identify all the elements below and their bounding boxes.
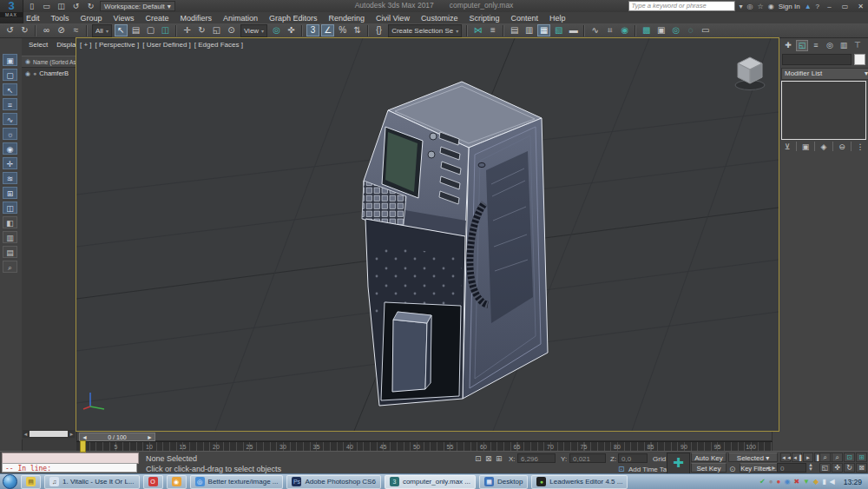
pin-stack-icon[interactable]: ⊻ (781, 142, 793, 151)
time-slider-handle[interactable]: ◄ 0 / 100 ► (79, 433, 155, 441)
menu-animation[interactable]: Animation (223, 14, 258, 23)
modifier-list-dropdown[interactable]: Modifier List ▾ (781, 68, 868, 80)
orbit-icon[interactable]: ↻ (844, 463, 855, 472)
modifier-stack-list[interactable] (781, 81, 866, 140)
tab-modify[interactable]: ◱ (796, 40, 808, 51)
unlink-selection-icon[interactable]: ⊘ (55, 24, 68, 36)
set-keys-button[interactable]: ✚ (667, 453, 690, 474)
viewport-menu-shading[interactable]: [ User Defined ] (142, 41, 191, 49)
frame-nudge-icon[interactable]: ◄► (765, 465, 777, 471)
menu-create[interactable]: Create (145, 14, 168, 23)
explorer-geometry-filter-icon[interactable]: ≡ (3, 98, 17, 110)
viewcube-cube[interactable] (738, 57, 762, 83)
menu-modifiers[interactable]: Modifiers (180, 14, 212, 23)
tab-motion[interactable]: ◎ (824, 40, 836, 51)
minimize-button[interactable]: – (824, 3, 835, 10)
tray-volume-icon[interactable]: ◀ (830, 479, 835, 486)
rendered-frame-window-icon[interactable]: ▣ (654, 24, 667, 36)
toggle-scene-explorer-icon[interactable]: ▦ (537, 24, 550, 36)
add-time-tag[interactable]: Add Time Tag (628, 466, 671, 473)
snaps-toggle-icon[interactable]: 3 (306, 24, 319, 36)
select-by-name-icon[interactable]: ▤ (129, 24, 142, 36)
use-pivot-point-icon[interactable]: ◎ (270, 24, 283, 36)
redo-icon[interactable]: ↻ (18, 24, 31, 36)
menu-customize[interactable]: Customize (421, 14, 458, 23)
select-and-scale-icon[interactable]: ◱ (210, 24, 223, 36)
model-chamferbox-computer[interactable] (362, 82, 548, 406)
tray-download-icon[interactable]: ▼ (803, 479, 810, 486)
taskbar-clock[interactable]: 13:29 (844, 478, 862, 486)
zoom-icon[interactable]: ⌕ (819, 453, 831, 462)
user-icon[interactable]: ◉ (768, 3, 774, 10)
scrollbar-thumb[interactable] (30, 431, 68, 437)
y-field[interactable]: 0,021 (569, 453, 606, 463)
time-slider-track[interactable]: ◄ 0 / 100 ► (76, 431, 773, 441)
menu-content[interactable]: Content (510, 14, 538, 23)
explorer-edit-icon[interactable]: ▤ (3, 246, 17, 258)
play-button[interactable]: ► (803, 453, 813, 462)
undo-small-icon[interactable]: ↺ (70, 2, 82, 11)
explorer-lights-filter-icon[interactable]: ☼ (3, 128, 17, 140)
tray-sync-icon[interactable]: ◉ (784, 479, 790, 486)
selection-filter-dropdown[interactable]: All▾ (92, 24, 112, 37)
rectangular-selection-icon[interactable]: ▢ (144, 24, 157, 36)
render-setup-icon[interactable]: ▩ (640, 24, 653, 36)
current-frame-field[interactable]: 0 (777, 463, 806, 472)
menu-views[interactable]: Views (114, 14, 135, 23)
frame-spinner[interactable]: ▲▼ (808, 463, 813, 472)
menu-graph-editors[interactable]: Graph Editors (269, 14, 318, 23)
a360-icon[interactable]: ▲ (805, 3, 812, 10)
horizontal-scrollbar[interactable]: ◄ ► (23, 430, 75, 438)
maximize-viewport-icon[interactable]: ⊠ (856, 463, 867, 472)
go-to-start-button[interactable]: ◄◄ (780, 453, 791, 462)
schematic-view-icon[interactable]: ⌗ (603, 24, 616, 36)
communication-center-icon[interactable]: ◎ (747, 3, 753, 10)
menu-edit[interactable]: Edit (26, 14, 40, 23)
viewcube[interactable] (731, 50, 769, 96)
explorer-groups-filter-icon[interactable]: ⊞ (3, 187, 17, 199)
explorer-shapes-filter-icon[interactable]: ∿ (3, 113, 17, 125)
select-and-move-icon[interactable]: ✛ (181, 24, 194, 36)
named-selection-sets-dropdown[interactable]: Create Selection Se▾ (388, 24, 462, 37)
taskbar-opera-icon[interactable]: O (143, 475, 163, 489)
selection-set-dropdown[interactable]: Selected ▾ (728, 453, 778, 462)
mirror-icon[interactable]: ⋈ (471, 24, 484, 36)
render-production-icon[interactable]: ◎ (669, 24, 682, 36)
make-unique-icon[interactable]: ◈ (818, 142, 830, 151)
explorer-spacewarps-filter-icon[interactable]: ≋ (3, 172, 17, 184)
scroll-right-icon[interactable]: ► (69, 432, 75, 437)
scroll-left-icon[interactable]: ◄ (23, 432, 29, 437)
taskbar-photoshop-window[interactable]: PsAdobe Photoshop CS6 (286, 475, 380, 489)
save-file-icon[interactable]: ◫ (56, 2, 67, 11)
maxscript-mini-listener[interactable]: -- In line: (2, 463, 137, 472)
select-and-link-icon[interactable]: ∞ (40, 24, 53, 36)
window-crossing-icon[interactable]: ◫ (159, 24, 172, 36)
selection-lock-icon[interactable]: ⊠ (485, 454, 492, 463)
absolute-mode-transform-icon[interactable]: ⊞ (496, 454, 503, 463)
tray-update-icon[interactable]: ● (769, 479, 773, 486)
next-frame-arrow[interactable]: ► (147, 434, 153, 440)
sign-in-button[interactable]: Sign In (779, 3, 800, 10)
menu-tools[interactable]: Tools (51, 14, 69, 23)
zoom-extents-all-icon[interactable]: ⊞ (856, 453, 867, 462)
zoom-all-icon[interactable]: ⌕ (832, 453, 843, 462)
menu-civil-view[interactable]: Civil View (376, 14, 410, 23)
select-object-icon[interactable]: ↖ (115, 24, 128, 36)
object-color-swatch[interactable] (854, 54, 865, 65)
explorer-lock-icon[interactable]: ▣ (3, 54, 17, 66)
bind-to-space-warp-icon[interactable]: ≈ (69, 24, 82, 36)
explorer-xrefs-filter-icon[interactable]: ◫ (3, 202, 17, 214)
angle-snap-icon[interactable]: ∠ (321, 24, 334, 36)
toggle-ribbon-icon[interactable]: ▬ (567, 24, 580, 36)
explorer-helpers-filter-icon[interactable]: ✛ (3, 157, 17, 169)
open-file-icon[interactable]: ▭ (41, 2, 52, 11)
taskbar-3dsmax-window[interactable]: 3computer_only.max ... (385, 475, 476, 489)
help-button[interactable]: ? (816, 3, 819, 10)
previous-frame-arrow[interactable]: ◄ (82, 434, 88, 440)
tab-create[interactable]: ✚ (782, 40, 794, 51)
key-filters-icon[interactable]: ⊙ (729, 465, 736, 473)
explorer-find-icon[interactable]: ⌕ (3, 261, 17, 273)
z-field[interactable]: 0,0 (618, 453, 648, 463)
zoom-extents-icon[interactable]: ⊡ (844, 453, 855, 462)
tab-display[interactable]: ▥ (838, 40, 850, 51)
